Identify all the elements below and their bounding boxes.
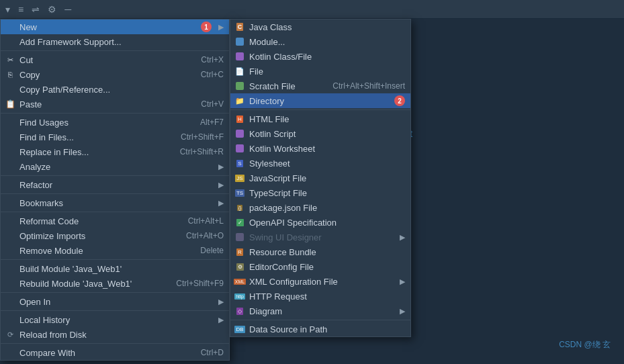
menu-item-paste[interactable]: 📋 Paste Ctrl+V [1,97,229,111]
menu-item-find-usages[interactable]: Find Usages Alt+F7 [1,115,229,130]
settings-icon[interactable]: ⚙ [48,4,56,15]
compare-label: Compare With [19,348,197,358]
refactor-icon [5,179,15,190]
bookmarks-label: Bookmarks [19,198,212,208]
menu-item-replace-files[interactable]: Replace in Files... Ctrl+Shift+R [1,144,229,159]
directory-badge: 2 [394,95,405,106]
submenu-pkg-json[interactable]: {} package.json File [230,200,410,215]
submenu-module[interactable]: Module... [230,34,410,49]
submenu-diagram[interactable]: ◇ Diagram ▶ [230,304,410,318]
new-label: New [19,22,194,32]
list-icon[interactable]: ≡ [18,4,24,15]
menu-item-reload[interactable]: ⟳ Reload from Disk [1,327,229,342]
submenu-swing[interactable]: Swing UI Designer ▶ [230,230,410,244]
resource-label: Resource Bundle [249,247,405,257]
submenu-editorconfig[interactable]: ⚙ EditorConfig File [230,259,410,274]
stylesheet-label: Stylesheet [249,158,405,169]
datasource-label: Data Source in Path [249,324,405,334]
submenu-resource[interactable]: R Resource Bundle [230,244,410,259]
bookmarks-icon [5,197,15,208]
menu-item-add-framework[interactable]: Add Framework Support... [1,34,229,49]
module-icon [234,36,245,47]
primary-context-menu: New 1 ▶ Add Framework Support... ✂ Cut C… [0,19,230,361]
submenu-java-class[interactable]: C Java Class [230,19,410,34]
compare-shortcut: Ctrl+D [201,348,224,357]
remove-module-shortcut: Delete [200,246,224,255]
menu-item-remove-module[interactable]: Remove Module Delete [1,243,229,258]
submenu-html[interactable]: H HTML File [230,111,410,126]
diagram-label: Diagram [249,306,393,316]
copy-shortcut: Ctrl+C [201,70,224,79]
menu-item-find-files[interactable]: Find in Files... Ctrl+Shift+F [1,130,229,144]
sep1 [1,50,229,51]
analyze-label: Analyze [19,162,212,172]
open-in-label: Open In [19,297,212,307]
compare-icon [5,347,15,358]
refactor-label: Refactor [19,180,212,190]
optimize-shortcut: Ctrl+Alt+O [186,231,224,240]
sep9 [1,343,229,344]
build-label: Build Module 'Java_Web1' [19,264,224,274]
kotlin-class-icon [234,51,245,62]
menu-icon[interactable]: ▾ [5,4,10,15]
scratch-shortcut: Ctrl+Alt+Shift+Insert [332,81,405,91]
build-icon [5,263,15,274]
submenu-directory[interactable]: 📁 Directory 2 [230,93,410,108]
submenu-openapi[interactable]: ✓ OpenAPI Specification [230,215,410,230]
replace-files-shortcut: Ctrl+Shift+R [180,147,224,156]
sep4 [1,193,229,194]
menu-item-local-history[interactable]: Local History ▶ [1,312,229,327]
menu-item-new[interactable]: New 1 ▶ [1,19,229,34]
reformat-label: Reformat Code [19,216,184,226]
menu-item-cut[interactable]: ✂ Cut Ctrl+X [1,52,229,67]
submenu-xml[interactable]: XML XML Configuration File ▶ [230,274,410,289]
sep2 [1,113,229,113]
menu-item-build[interactable]: Build Module 'Java_Web1' [1,261,229,276]
menu-item-compare[interactable]: Compare With Ctrl+D [1,345,229,360]
scratch-icon [234,81,245,91]
kotlin-script-label: Kotlin Script [249,129,405,139]
js-label: JavaScript File [249,173,405,183]
find-usages-shortcut: Alt+F7 [200,118,224,127]
menu-item-reformat[interactable]: Reformat Code Ctrl+Alt+L [1,214,229,228]
menu-item-optimize[interactable]: Optimize Imports Ctrl+Alt+O [1,228,229,243]
diagram-icon: ◇ [234,306,245,316]
submenu-kotlin-class[interactable]: Kotlin Class/File [230,49,410,64]
submenu-datasource[interactable]: DB Data Source in Path [230,322,410,336]
submenu-kotlin-worksheet[interactable]: Kotlin Worksheet [230,141,410,156]
menu-item-open-in[interactable]: Open In ▶ [1,294,229,309]
submenu-file[interactable]: 📄 File [230,64,410,79]
new-submenu: C Java Class Module... Kotlin Class/File… [230,19,411,337]
submenu-sep1 [230,109,410,110]
menu-item-bookmarks[interactable]: Bookmarks ▶ [1,195,229,210]
new-arrow: ▶ [218,23,224,32]
resource-icon: R [234,246,245,257]
pkg-json-icon: {} [234,202,245,213]
menu-item-copy[interactable]: ⎘ Copy Ctrl+C [1,67,229,82]
xml-arrow: ▶ [400,277,405,286]
add-framework-icon [5,36,15,47]
open-in-arrow: ▶ [218,298,224,306]
menu-item-analyze[interactable]: Analyze ▶ [1,159,229,174]
submenu-ts[interactable]: TS TypeScript File [230,185,410,200]
java-class-label: Java Class [249,22,405,32]
open-in-icon [5,296,15,307]
submenu-scratch[interactable]: Scratch File Ctrl+Alt+Shift+Insert [230,79,410,93]
submenu-http[interactable]: http HTTP Request [230,289,410,304]
cut-shortcut: Ctrl+X [201,55,224,64]
analyze-icon [5,161,15,172]
new-icon [5,21,15,32]
reload-icon: ⟳ [5,329,15,340]
menu-item-copy-path[interactable]: Copy Path/Reference... [1,82,229,97]
submenu-js[interactable]: JS JavaScript File [230,171,410,185]
menu-item-rebuild[interactable]: Rebuild Module 'Java_Web1' Ctrl+Shift+F9 [1,276,229,291]
submenu-kotlin-script[interactable]: Kotlin Script [230,126,410,141]
menu-item-refactor[interactable]: Refactor ▶ [1,177,229,192]
js-icon: JS [234,173,245,183]
sync-icon[interactable]: ⇌ [32,4,40,15]
replace-files-label: Replace in Files... [19,147,176,157]
add-framework-label: Add Framework Support... [19,37,224,47]
minimize-icon[interactable]: ─ [64,4,71,15]
editorconfig-label: EditorConfig File [249,262,405,272]
submenu-stylesheet[interactable]: S Stylesheet [230,156,410,171]
